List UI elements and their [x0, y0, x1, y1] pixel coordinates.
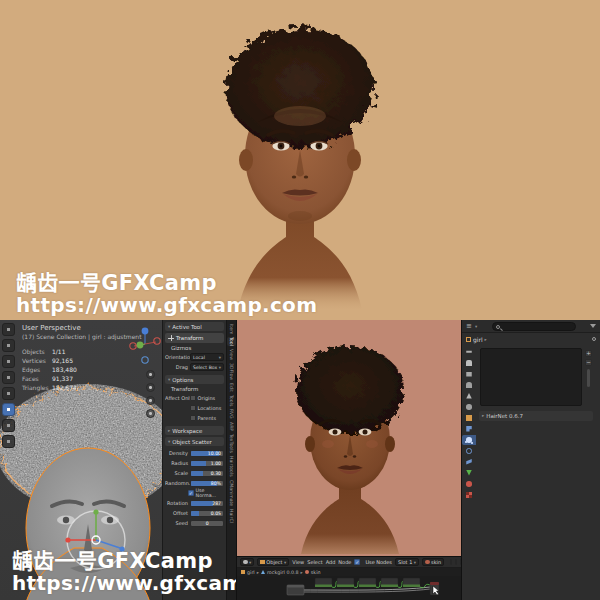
tab-hairtools[interactable]: Hairtools	[227, 456, 236, 477]
menu-add[interactable]: Add	[326, 559, 336, 565]
randomness-value: 80%	[211, 481, 221, 487]
menu-node[interactable]: Node	[338, 559, 351, 565]
options-panel-header[interactable]: ▾Options	[165, 375, 224, 384]
camera-view-icon[interactable]	[146, 396, 155, 405]
use-normal-checkbox[interactable]: ✓	[188, 490, 194, 496]
rotation-label: Rotation	[165, 500, 190, 506]
tab-edit[interactable]: Edit	[227, 383, 236, 392]
navigation-gizmo[interactable]	[128, 326, 162, 366]
list-scrollbar[interactable]	[587, 369, 590, 387]
select-box-tool[interactable]	[2, 339, 15, 352]
add-item-button[interactable]: +	[585, 350, 592, 357]
node-image-texture[interactable]	[403, 578, 420, 587]
tab-render-properties[interactable]	[462, 358, 476, 368]
node-image-texture[interactable]	[337, 578, 354, 587]
locations-checkbox[interactable]	[190, 405, 196, 411]
offset-slider[interactable]: 0.05	[190, 510, 224, 517]
perspective-toggle-icon[interactable]	[146, 409, 155, 418]
editor-type-selector[interactable]: ▾	[240, 558, 254, 566]
shader-breadcrumb: girl▸ rockgirl 0.0.8▸ skin	[237, 568, 461, 576]
locations-label: Locations	[198, 405, 222, 411]
annotate-tool[interactable]	[2, 419, 15, 432]
node-image-texture[interactable]	[359, 578, 376, 587]
tab-material-properties[interactable]	[462, 479, 476, 489]
tab-tools[interactable]: Tools	[227, 395, 236, 406]
particle-system-list[interactable]	[480, 348, 582, 406]
fake-user-button[interactable]	[455, 559, 457, 565]
node-image-texture[interactable]	[315, 578, 332, 587]
pin-icon[interactable]	[592, 337, 596, 341]
filter-icon[interactable]	[590, 324, 596, 328]
tab-tool-properties[interactable]	[462, 347, 476, 357]
node-mapping[interactable]	[287, 585, 304, 595]
active-tool-transform[interactable]: Transform	[165, 333, 224, 343]
tab-constraint-properties[interactable]	[462, 457, 476, 467]
tab-data-properties[interactable]	[462, 468, 476, 478]
seed-slider[interactable]: 0	[190, 520, 224, 527]
workspace-panel-header[interactable]: ▸Workspace	[165, 426, 224, 435]
tab-arp[interactable]: ARP	[227, 422, 236, 431]
tab-rvg[interactable]: RVG	[227, 409, 236, 419]
mode-label: Object	[266, 559, 282, 565]
stat-value: 91,337	[52, 374, 73, 383]
tab-output-properties[interactable]	[462, 369, 476, 379]
rotate-tool[interactable]	[2, 387, 15, 400]
tab-object-properties[interactable]	[462, 413, 476, 423]
render-preview-view[interactable]	[237, 320, 461, 556]
viewport-3d[interactable]: User Perspective (17) Scene Collection |…	[0, 320, 236, 600]
properties-search-input[interactable]	[492, 322, 576, 331]
tab-textools[interactable]: TexTools	[227, 434, 236, 453]
parents-checkbox[interactable]	[190, 415, 196, 421]
unlink-button[interactable]	[460, 559, 461, 565]
active-tool-panel-header[interactable]: ▾Active Tool	[165, 322, 224, 331]
material-name: skin	[431, 559, 441, 565]
mesh-icon	[261, 570, 265, 574]
tab-scene-properties[interactable]	[462, 391, 476, 401]
watermark-line2: https://www.gfxcamp.com	[16, 295, 317, 317]
node-image-texture[interactable]	[381, 578, 398, 587]
editor-type-button[interactable]	[2, 323, 15, 336]
shader-mode-dropdown[interactable]: Object▾	[257, 558, 289, 566]
properties-tab-column	[462, 347, 476, 500]
drag-dropdown[interactable]: Select Box▾	[190, 363, 224, 371]
origins-checkbox[interactable]	[190, 395, 196, 401]
menu-view[interactable]: View	[292, 559, 304, 565]
use-nodes-checkbox[interactable]: ✓	[354, 559, 360, 565]
density-slider[interactable]: 10.00	[190, 450, 224, 457]
transform-tool-active[interactable]	[2, 403, 15, 416]
radius-slider[interactable]: 1.00	[190, 460, 224, 467]
tab-particle-properties-active[interactable]	[462, 435, 476, 445]
tab-texture-properties[interactable]	[462, 490, 476, 500]
hairnet-panel-header[interactable]: ▸HairNet 0.6.7	[479, 411, 593, 421]
zoom-icon[interactable]	[146, 370, 155, 379]
rotation-slider[interactable]: 287	[190, 500, 224, 507]
tab-tool[interactable]: Tool	[227, 337, 236, 346]
tab-item[interactable]: Item	[227, 324, 236, 334]
remove-item-button[interactable]: −	[585, 359, 592, 366]
menu-select[interactable]: Select	[307, 559, 322, 565]
tab-view[interactable]: View	[227, 349, 236, 360]
density-value: 10.00	[208, 451, 221, 457]
orientation-dropdown[interactable]: Local▾	[190, 353, 224, 361]
material-selector[interactable]: skin	[422, 558, 444, 566]
pan-hand-icon[interactable]	[146, 383, 155, 392]
measure-tool[interactable]	[2, 435, 15, 448]
object-scatter-panel-header[interactable]: ▾Object Scatter	[165, 437, 224, 446]
shader-editor[interactable]: ▾ Object▾ View Select Add Node ✓ Use Nod…	[237, 557, 461, 600]
slot-dropdown[interactable]: Slot 1▾	[395, 558, 419, 566]
tab-viewlayer-properties[interactable]	[462, 380, 476, 390]
cursor-tool[interactable]	[2, 355, 15, 368]
randomness-slider[interactable]: 80%	[190, 480, 224, 487]
tab-physics-properties[interactable]	[462, 446, 476, 456]
pin-button[interactable]	[450, 559, 452, 565]
tab-cmanimate[interactable]: CManimate	[227, 480, 236, 506]
scale-slider[interactable]: 0.30	[190, 470, 224, 477]
tab-3dflow[interactable]: 3DFlow	[227, 363, 236, 380]
tab-modifier-properties[interactable]	[462, 424, 476, 434]
tab-haircl[interactable]: HairCl	[227, 509, 236, 523]
move-tool[interactable]	[2, 371, 15, 384]
panel-title: Active Tool	[172, 324, 201, 330]
node-graph[interactable]	[237, 576, 461, 600]
tab-world-properties[interactable]	[462, 402, 476, 412]
properties-editor-icon[interactable]: ≡	[466, 322, 472, 330]
